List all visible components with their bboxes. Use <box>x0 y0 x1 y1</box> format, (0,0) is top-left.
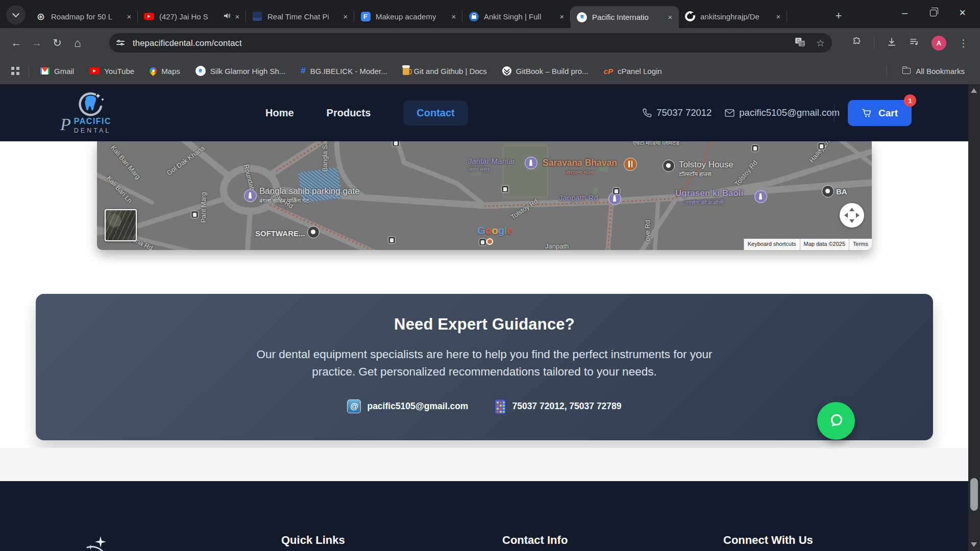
page-scrollbar[interactable] <box>968 84 980 551</box>
map-road-label: Bangla Sah <box>321 141 329 172</box>
satellite-view-toggle[interactable] <box>105 209 137 241</box>
bookmark-cpanel[interactable]: cPcPanel Login <box>604 67 662 76</box>
toolbar-right: A <box>851 33 968 53</box>
terms-link[interactable]: Terms <box>849 239 872 250</box>
profile-avatar[interactable]: A <box>932 36 946 51</box>
ugrasen-baoli-pin[interactable] <box>754 190 767 203</box>
close-icon[interactable] <box>449 12 458 21</box>
guidance-phones[interactable]: 75037 72012, 75037 72789 <box>495 399 621 414</box>
bookmark-youtube[interactable]: YouTube <box>89 67 134 76</box>
scrollbar-thumb[interactable] <box>970 478 978 511</box>
extensions-icon[interactable] <box>851 37 862 49</box>
site-nav: Home Products Contact <box>265 84 468 141</box>
nav-contact-active[interactable]: Contact <box>403 101 468 126</box>
tab-github[interactable]: ankitsinghrajp/De <box>679 6 787 27</box>
chatgpt-icon <box>36 11 46 21</box>
youtube-icon <box>144 11 154 21</box>
reload-button[interactable] <box>47 37 67 49</box>
software-pin[interactable] <box>307 226 320 238</box>
menu-kebab-icon[interactable] <box>959 37 968 49</box>
address-bar[interactable]: thepacificdental.com/contact G文 <box>109 33 832 53</box>
close-icon[interactable] <box>557 12 567 21</box>
close-icon[interactable] <box>341 12 350 21</box>
scroll-up-arrow[interactable] <box>971 88 977 93</box>
map-poi-label: Saravana Bhavanसरावना भवन <box>543 158 617 176</box>
forward-button[interactable] <box>27 37 47 49</box>
back-button[interactable] <box>6 37 27 49</box>
bus-stop-icon[interactable] <box>612 187 620 195</box>
bookmark-git-github[interactable]: Git and Github | Docs <box>403 67 487 76</box>
apps-grid-icon[interactable] <box>11 67 19 75</box>
all-bookmarks-label: All Bookmarks <box>916 67 965 76</box>
whatsapp-chat-button[interactable] <box>817 402 855 440</box>
bus-stop-icon[interactable] <box>388 236 396 244</box>
tab-youtube[interactable]: (427) Jai Ho S <box>138 6 246 27</box>
bookmark-bgibelick[interactable]: #BG.IBELICK - Moder... <box>301 66 387 76</box>
bookmark-silk-glamor[interactable]: Silk Glamor High Sh... <box>195 66 286 76</box>
home-button[interactable] <box>67 36 88 50</box>
url-text[interactable]: thepacificdental.com/contact <box>133 38 795 48</box>
google-map-embed[interactable]: Kali Bari Marg Kali Bari Ln Gol Dak Khan… <box>97 141 872 250</box>
map-poi-label: SOFTWARE... <box>255 229 305 238</box>
bus-stop-icon[interactable] <box>818 142 825 150</box>
audio-speaker-icon[interactable] <box>224 12 231 21</box>
bus-stop-icon[interactable] <box>392 141 400 147</box>
window-close-button[interactable] <box>959 6 966 19</box>
site-controls-icon[interactable] <box>116 39 126 46</box>
close-icon[interactable] <box>233 12 242 21</box>
pacific-dental-logo[interactable]: P PACIFIC DENTAL <box>60 90 147 137</box>
map-road-label: ove Rd <box>644 220 651 241</box>
bookmark-gitbook[interactable]: GitBook – Build pro... <box>502 66 589 76</box>
keyboard-shortcuts-link[interactable]: Keyboard shortcuts <box>744 239 800 250</box>
webpage-viewport: P PACIFIC DENTAL Home Products Contact 7… <box>0 84 968 551</box>
nav-products[interactable]: Products <box>327 107 371 119</box>
bookmark-label: Git and Github | Docs <box>414 67 487 76</box>
guidance-email[interactable]: @ pacific5105@gmail.com <box>347 399 468 413</box>
cpanel-icon: cP <box>604 67 613 76</box>
tab-realtime-chat[interactable]: Real Time Chat Pi <box>246 6 354 27</box>
tab-makeup-academy[interactable]: F Makeup academy <box>354 6 462 27</box>
bookmark-label: cPanel Login <box>618 67 662 76</box>
bookmark-label: YouTube <box>104 67 134 76</box>
guidance-title: Need Expert Guidance? <box>36 315 933 334</box>
tab-pacific-active[interactable]: Pacific Internatio <box>571 6 679 28</box>
jantar-mantar-pin[interactable] <box>525 157 537 169</box>
new-tab-button[interactable] <box>831 8 846 23</box>
saravana-bhavan-pin[interactable] <box>624 158 637 171</box>
header-email[interactable]: pacific5105@gmail.com <box>725 107 840 118</box>
downloads-icon[interactable] <box>887 37 897 49</box>
bus-stop-icon[interactable] <box>501 185 509 193</box>
bus-stop-icon[interactable] <box>479 238 486 246</box>
tooth-icon <box>577 12 587 22</box>
close-icon[interactable] <box>666 13 675 22</box>
cart-icon <box>862 108 872 118</box>
bus-stop-icon[interactable] <box>191 211 199 218</box>
all-bookmarks-button[interactable]: All Bookmarks <box>887 65 965 77</box>
scroll-down-arrow[interactable] <box>971 542 977 547</box>
close-icon[interactable] <box>774 12 783 21</box>
tab-title: Makeup academy <box>376 12 449 21</box>
close-icon[interactable] <box>125 12 134 21</box>
bookmark-star-icon[interactable] <box>816 37 825 49</box>
google-logo[interactable]: Google <box>477 224 512 237</box>
tab-search-button[interactable] <box>6 5 26 24</box>
parking-gate-pin[interactable] <box>244 189 257 202</box>
tab-title: (427) Jai Ho S <box>159 12 224 21</box>
bus-stop-icon[interactable] <box>751 144 759 152</box>
minimize-button[interactable] <box>902 7 908 19</box>
map-pan-control[interactable] <box>840 203 864 228</box>
tab-ankit-singh[interactable]: Ankit Singh | Full <box>462 6 571 27</box>
media-playlist-icon[interactable] <box>909 37 919 48</box>
bookmark-gmail[interactable]: Gmail <box>40 67 74 76</box>
map-road-label: Janpath <box>545 242 569 250</box>
restore-button[interactable] <box>930 10 937 16</box>
cart-button[interactable]: Cart 1 <box>848 100 912 126</box>
poi-pin[interactable] <box>822 185 834 197</box>
nav-home[interactable]: Home <box>265 107 294 119</box>
tolstoy-house-pin[interactable] <box>663 160 675 172</box>
divider <box>874 37 874 49</box>
header-phone[interactable]: 75037 72012 <box>643 107 712 118</box>
tab-roadmap[interactable]: Roadmap for 50 L <box>30 6 138 27</box>
translate-icon[interactable]: G文 <box>795 38 805 48</box>
bookmark-maps[interactable]: Maps <box>150 67 180 76</box>
